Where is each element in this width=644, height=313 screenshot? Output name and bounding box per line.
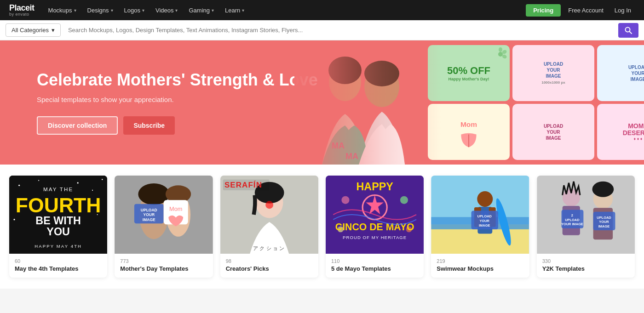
svg-point-53 (265, 201, 273, 209)
search-button[interactable] (618, 23, 638, 38)
svg-text:UPLOAD: UPLOAD (477, 214, 492, 218)
svg-point-26 (77, 182, 79, 183)
chevron-down-icon: ▾ (175, 8, 178, 13)
nav-label-designs: Designs (87, 7, 109, 14)
nav-item-designs[interactable]: Designs ▾ (83, 4, 118, 17)
card-cinco-image: HAPPY CINCO DE MAYO PROUD OF MY HERITAGE (326, 176, 424, 254)
card-creators-count: 98 (226, 258, 313, 264)
svg-point-68 (477, 191, 493, 207)
svg-text:HAPPY MAY 4TH: HAPPY MAY 4TH (34, 244, 82, 249)
nav-item-gaming[interactable]: Gaming ▾ (184, 4, 218, 17)
nav-label-learn: Learn (225, 7, 240, 14)
svg-text:BE WITH: BE WITH (35, 215, 81, 227)
svg-text:UPLOAD: UPLOAD (141, 208, 157, 212)
logo[interactable]: Placeit by envato (9, 4, 34, 17)
card-swimwear[interactable]: UPLOAD YOUR IMAGE 219 Swimwear Mockups (431, 176, 529, 278)
card-mothers-day[interactable]: UPLOAD YOUR IMAGE Mom 773 Mother's Day T… (115, 176, 213, 278)
nav-item-logos[interactable]: Logos ▾ (120, 4, 149, 17)
card-creators-image: SERAFÍN CAMPO DEL MAL アクション (220, 176, 318, 254)
card-creators-title: Creators' Picks (226, 265, 313, 272)
chevron-down-icon: ▾ (74, 8, 76, 13)
nav-item-videos[interactable]: Videos ▾ (151, 4, 183, 17)
card-may4th[interactable]: MAY THE FOURTH BE WITH YOU HAPPY MAY 4TH… (9, 176, 107, 278)
svg-text:UPLOAD: UPLOAD (597, 216, 611, 220)
cinco-graphic: HAPPY CINCO DE MAYO PROUD OF MY HERITAGE (326, 176, 424, 254)
svg-text:FOURTH: FOURTH (16, 194, 101, 216)
card-swimwear-info: 219 Swimwear Mockups (431, 254, 529, 278)
svg-text:YOUR IMAGE: YOUR IMAGE (561, 222, 583, 226)
svg-point-27 (92, 190, 93, 191)
login-link[interactable]: Log In (611, 4, 635, 17)
svg-point-10 (499, 47, 502, 52)
svg-point-82 (592, 182, 614, 197)
hero-title: Celebrate Mothers' Strength & Love (37, 70, 318, 89)
svg-rect-8 (294, 40, 442, 165)
svg-text:アクション: アクション (253, 245, 286, 251)
card-cinco-de-mayo[interactable]: HAPPY CINCO DE MAYO PROUD OF MY HERITAGE… (326, 176, 424, 278)
mothers-photo: MA MA (294, 40, 442, 165)
hero-card-upload1: UPLOADYOURIMAGE1000x1000 px (512, 45, 594, 101)
nav-item-learn[interactable]: Learn ▾ (220, 4, 249, 17)
card-creators-picks[interactable]: SERAFÍN CAMPO DEL MAL アクション 98 Creators'… (220, 176, 318, 278)
card-may4th-image: MAY THE FOURTH BE WITH YOU HAPPY MAY 4TH (9, 176, 107, 254)
card-swimwear-count: 219 (437, 258, 523, 264)
flower-icon (494, 47, 507, 61)
search-bar: All Categories ▾ (0, 20, 644, 40)
mothers-day-graphic: UPLOAD YOUR IMAGE Mom (115, 176, 213, 254)
svg-text:YOUR: YOUR (480, 219, 490, 223)
nav-label-videos: Videos (155, 7, 174, 14)
svg-point-58 (341, 196, 349, 204)
card-swimwear-title: Swimwear Mockups (437, 265, 523, 272)
discover-collection-button[interactable]: Discover collection (37, 116, 118, 135)
svg-point-9 (498, 52, 503, 57)
category-dropdown[interactable]: All Categories ▾ (6, 23, 61, 37)
subscribe-button[interactable]: Subscribe (123, 116, 175, 135)
svg-text:Mom: Mom (169, 205, 182, 212)
hero-images: MA MA 50% OFF Happy Mother's Day! (294, 40, 644, 165)
card-cinco-title: 5 de Mayo Templates (331, 265, 418, 272)
svg-rect-77 (537, 176, 635, 254)
svg-text:Mom: Mom (460, 120, 477, 128)
swimwear-graphic: UPLOAD YOUR IMAGE (431, 176, 529, 254)
card-y2k-info: 330 Y2K Templates (537, 254, 635, 278)
svg-point-28 (102, 179, 103, 180)
card-mothers-day-info: 773 Mother's Day Templates (115, 254, 213, 278)
logo-text: Placeit (9, 4, 34, 12)
nav-label-gaming: Gaming (189, 7, 210, 14)
y2k-graphic: 2 UPLOAD YOUR IMAGE UPLOAD YOUR IMAGE (537, 176, 635, 254)
card-y2k-count: 330 (542, 258, 629, 264)
svg-point-59 (400, 196, 408, 204)
category-label: All Categories (12, 27, 49, 34)
pricing-button[interactable]: Pricing (526, 4, 561, 17)
svg-line-1 (630, 31, 632, 34)
svg-text:YOUR: YOUR (599, 220, 609, 224)
card-y2k[interactable]: 2 UPLOAD YOUR IMAGE UPLOAD YOUR IMAGE 33… (537, 176, 635, 278)
svg-text:YOU: YOU (46, 226, 70, 238)
nav-item-mockups[interactable]: Mockups ▾ (44, 4, 81, 17)
hero-card-upload3: UPLOADYOURIMAGE (512, 104, 594, 160)
card-may4th-count: 60 (15, 258, 102, 264)
svg-text:YOUR: YOUR (144, 212, 155, 217)
chevron-down-icon: ▾ (242, 8, 244, 13)
search-input[interactable] (64, 24, 618, 36)
card-creators-info: 98 Creators' Picks (220, 254, 318, 278)
chevron-down-icon: ▾ (212, 8, 214, 13)
card-mothers-day-image: UPLOAD YOUR IMAGE Mom (115, 176, 213, 254)
card-cinco-info: 110 5 de Mayo Templates (326, 254, 424, 278)
free-account-link[interactable]: Free Account (563, 4, 609, 17)
card-may4th-info: 60 May the 4th Templates (9, 254, 107, 278)
cards-section: MAY THE FOURTH BE WITH YOU HAPPY MAY 4TH… (0, 165, 644, 289)
card-may4th-title: May the 4th Templates (15, 265, 102, 272)
svg-text:PROUD OF MY HERITAGE: PROUD OF MY HERITAGE (343, 235, 407, 240)
card-y2k-title: Y2K Templates (542, 265, 629, 272)
nav-label-mockups: Mockups (48, 7, 72, 14)
svg-text:CINCO DE MAYO: CINCO DE MAYO (335, 222, 414, 233)
hero-card-moms-deserve: MOMSDESERVE ♦ ♦ ♦ (597, 104, 644, 160)
card-mothers-day-count: 773 (120, 258, 207, 264)
hero-buttons: Discover collection Subscribe (37, 116, 318, 135)
hero-card-upload2: UPLOADYOURIMAGE (597, 45, 644, 101)
card-mothers-day-title: Mother's Day Templates (120, 265, 207, 272)
hero-collage: 50% OFF Happy Mother's Day! UPLOADYOURIM… (423, 40, 644, 165)
svg-text:MAY THE: MAY THE (43, 186, 73, 192)
svg-text:HAPPY: HAPPY (356, 181, 393, 193)
